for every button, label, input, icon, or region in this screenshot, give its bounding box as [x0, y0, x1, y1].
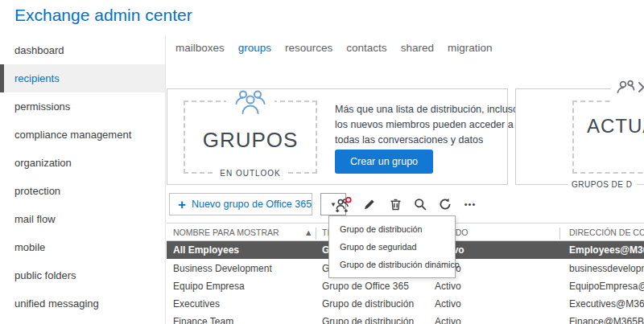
column-header-name[interactable]: NOMBRE PARA MOSTRAR: [173, 228, 279, 237]
upgrade-banner-subtitle: GRUPOS DE D: [568, 180, 637, 189]
tab-bar: mailboxes groups resources contacts shar…: [175, 42, 492, 54]
exchange-admin-center: Exchange admin center dashboard recipien…: [0, 0, 644, 324]
refresh-icon[interactable]: [435, 195, 456, 214]
sidebar-item-protection[interactable]: protection: [0, 177, 165, 205]
groups-banner-title: GRUPOS: [185, 128, 316, 153]
upgrade-banner-title: ACTUA: [587, 115, 644, 137]
tab-contacts[interactable]: contacts: [346, 42, 386, 54]
tab-shared[interactable]: shared: [401, 42, 434, 54]
menu-item-dynamic-distribution-group[interactable]: Grupo de distribución dinámico: [329, 256, 455, 273]
people-group-icon: [226, 89, 275, 118]
tab-resources[interactable]: resources: [285, 42, 332, 54]
upgrade-banner-card: ACTUA GRUPOS DE D: [515, 88, 644, 185]
sidebar-item-organization[interactable]: organization: [0, 149, 165, 177]
menu-item-distribution-group[interactable]: Grupo de distribución: [329, 220, 455, 238]
plus-icon: +: [178, 198, 186, 211]
sidebar-item-public-folders[interactable]: public folders: [0, 261, 165, 289]
groups-banner-card: GRUPOS EN OUTLOOK Más que una lista de d…: [167, 88, 508, 185]
group-type-dropdown-menu: Grupo de distribución Grupo de seguridad…: [328, 215, 456, 278]
sort-ascending-icon[interactable]: ▲: [304, 228, 312, 237]
page-title: Exchange admin center: [14, 6, 192, 25]
sidebar-item-mobile[interactable]: mobile: [0, 233, 165, 261]
search-icon[interactable]: [410, 195, 431, 214]
tab-groups[interactable]: groups: [238, 42, 271, 54]
create-group-button[interactable]: Crear un grupo: [335, 150, 433, 174]
tab-mailboxes[interactable]: mailboxes: [175, 42, 225, 54]
table-row[interactable]: Executives Grupo de distribución Activo …: [167, 295, 644, 313]
sidebar-nav: dashboard recipients permissions complia…: [0, 36, 166, 324]
groups-dashed-frame: GRUPOS EN OUTLOOK: [184, 100, 317, 174]
people-upgrade-icon: [611, 80, 644, 102]
sidebar-item-compliance-management[interactable]: compliance management: [0, 121, 165, 149]
groups-banner-subtitle: EN OUTLOOK: [214, 169, 287, 178]
new-office365-group-button[interactable]: + Nuevo grupo de Office 365: [169, 193, 312, 215]
table-row[interactable]: Finance Team Grupo de distribución Activ…: [167, 313, 644, 324]
sidebar-item-unified-messaging[interactable]: unified messaging: [0, 289, 165, 318]
table-row[interactable]: Equipo Empresa Grupo de Office 365 Activ…: [167, 277, 644, 295]
header-divider: [559, 228, 560, 240]
more-icon[interactable]: •••: [460, 195, 481, 214]
new-office365-group-label: Nuevo grupo de Office 365: [192, 199, 312, 210]
delete-icon[interactable]: [385, 195, 406, 214]
add-member-icon[interactable]: [332, 195, 353, 214]
sidebar-item-mail-flow[interactable]: mail flow: [0, 205, 165, 233]
sidebar-item-dashboard[interactable]: dashboard: [0, 36, 165, 64]
header-divider: [316, 228, 316, 240]
edit-icon[interactable]: [359, 195, 380, 214]
tab-migration[interactable]: migration: [448, 42, 493, 54]
column-header-email[interactable]: DIRECCIÓN DE CORR: [569, 228, 644, 237]
menu-item-security-group[interactable]: Grupo de seguridad: [329, 238, 455, 256]
sidebar-item-recipients[interactable]: recipients: [0, 64, 165, 92]
sidebar-item-permissions[interactable]: permissions: [0, 92, 165, 121]
